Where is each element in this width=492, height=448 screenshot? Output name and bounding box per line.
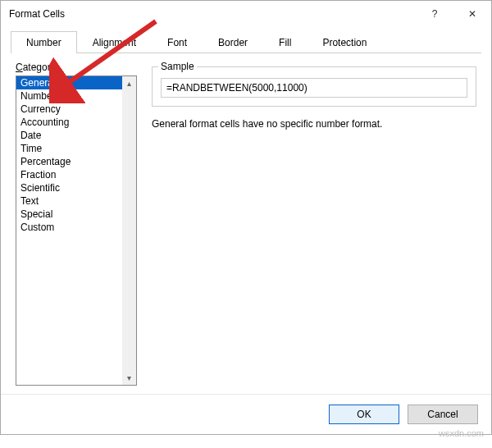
category-item-date[interactable]: Date <box>16 129 122 142</box>
dialog-buttons: OK Cancel <box>1 394 491 434</box>
category-item-percentage[interactable]: Percentage <box>16 155 122 168</box>
category-item-scientific[interactable]: Scientific <box>16 181 122 194</box>
listbox-scrollbar[interactable]: ▴ ▾ <box>122 76 136 385</box>
tab-label: Number <box>26 37 61 48</box>
tabs: Number Alignment Font Border Fill Protec… <box>11 30 481 53</box>
category-item-accounting[interactable]: Accounting <box>16 116 122 129</box>
tab-label: Font <box>167 37 187 48</box>
tab-number[interactable]: Number <box>11 31 77 53</box>
category-item-time[interactable]: Time <box>16 142 122 155</box>
format-description: General format cells have no specific nu… <box>152 118 476 130</box>
titlebar: Format Cells ? ✕ <box>1 1 491 27</box>
category-item-custom[interactable]: Custom <box>16 221 122 234</box>
tab-label: Alignment <box>93 37 136 48</box>
format-cells-dialog: Format Cells ? ✕ Number Alignment Font B… <box>0 0 492 435</box>
tab-border[interactable]: Border <box>203 31 263 53</box>
category-item-general[interactable]: General <box>16 76 122 89</box>
close-icon: ✕ <box>468 8 476 20</box>
tab-fill[interactable]: Fill <box>263 31 307 53</box>
tab-protection[interactable]: Protection <box>307 31 382 53</box>
ok-button[interactable]: OK <box>329 405 399 424</box>
category-item-fraction[interactable]: Fraction <box>16 168 122 181</box>
sample-groupbox: Sample =RANDBETWEEN(5000,11000) <box>152 66 476 107</box>
category-item-number[interactable]: Number <box>16 89 122 103</box>
tab-label: Fill <box>279 37 291 48</box>
listbox-items: General Number Currency Accounting Date … <box>16 76 122 385</box>
category-item-special[interactable]: Special <box>16 208 122 221</box>
watermark: wsxdn.com <box>439 428 484 438</box>
scroll-down-icon[interactable]: ▾ <box>122 371 136 385</box>
category-item-text[interactable]: Text <box>16 194 122 208</box>
category-label: Category: <box>16 62 137 73</box>
tab-label: Border <box>218 37 248 48</box>
scroll-up-icon[interactable]: ▴ <box>122 76 136 90</box>
sample-label: Sample <box>158 61 197 72</box>
button-label: OK <box>357 409 371 420</box>
help-icon: ? <box>432 8 438 20</box>
help-button[interactable]: ? <box>416 2 453 26</box>
tab-alignment[interactable]: Alignment <box>77 31 152 53</box>
tab-font[interactable]: Font <box>152 31 203 53</box>
cancel-button[interactable]: Cancel <box>408 405 478 424</box>
close-button[interactable]: ✕ <box>453 2 491 26</box>
category-item-currency[interactable]: Currency <box>16 103 122 116</box>
category-column: Category: General Number Currency Accoun… <box>16 62 137 386</box>
sample-value: =RANDBETWEEN(5000,11000) <box>161 78 467 98</box>
tab-label: Protection <box>322 37 367 48</box>
content-area: Category: General Number Currency Accoun… <box>1 53 491 394</box>
detail-column: Sample =RANDBETWEEN(5000,11000) General … <box>152 62 476 386</box>
category-listbox[interactable]: General Number Currency Accounting Date … <box>16 75 137 386</box>
dialog-title: Format Cells <box>9 8 416 20</box>
button-label: Cancel <box>427 409 458 420</box>
